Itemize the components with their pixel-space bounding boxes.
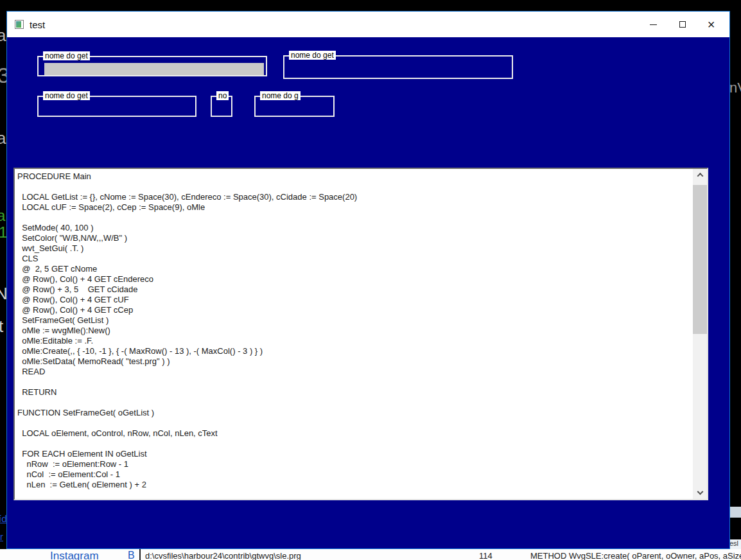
screen: a 3 a a 1 N t nV íd r esl Instagram B d:… bbox=[0, 0, 741, 560]
bg-window-edge bbox=[730, 507, 741, 518]
instagram-link[interactable]: Instagram bbox=[50, 550, 99, 560]
get-frame-endereco[interactable]: nome do get bbox=[283, 55, 513, 79]
get-frame-nome-1: nome do get bbox=[37, 56, 267, 76]
bg-text-fragment: a bbox=[0, 26, 6, 46]
get-frame-uf[interactable]: no bbox=[211, 96, 232, 117]
get-frame-label: no bbox=[216, 91, 229, 100]
bg-link-fragment[interactable]: íd bbox=[0, 513, 7, 524]
get-frame-label: nome do g bbox=[260, 91, 301, 100]
bg-text-fragment: nV bbox=[729, 80, 741, 96]
close-button[interactable]: × bbox=[697, 12, 726, 37]
get-frame-label: nome do get bbox=[289, 51, 336, 60]
get-frame-cidade[interactable]: nome do get bbox=[37, 96, 196, 117]
chevron-up-icon bbox=[697, 172, 703, 179]
close-icon: × bbox=[708, 18, 715, 31]
get-frame-label: nome do get bbox=[43, 51, 90, 60]
minimize-icon bbox=[650, 24, 657, 25]
get-frame-label: nome do get bbox=[43, 91, 90, 100]
editor-code-fragment: METHOD WvgSLE:create( oParent, oOwner, a… bbox=[530, 551, 741, 560]
code-viewer[interactable]: PROCEDURE Main LOCAL GetList := {}, cNom… bbox=[13, 168, 708, 500]
get-frame-cep[interactable]: nome do g bbox=[254, 96, 335, 117]
background-windows-strip: Instagram B d:\cvsfiles\harbour24\contri… bbox=[0, 549, 741, 560]
app-icon bbox=[15, 20, 24, 29]
maximize-button[interactable] bbox=[668, 12, 697, 37]
maximize-icon bbox=[679, 21, 686, 28]
bg-link-fragment[interactable]: B bbox=[128, 550, 135, 560]
window-controls: × bbox=[639, 12, 726, 37]
titlebar[interactable]: test × bbox=[7, 12, 729, 37]
scrollbar-thumb[interactable] bbox=[693, 185, 707, 334]
scroll-down-button[interactable] bbox=[693, 487, 707, 499]
bg-text-fragment: esl bbox=[728, 539, 741, 549]
vertical-scrollbar[interactable] bbox=[693, 169, 707, 499]
bg-text-fragment: t bbox=[0, 317, 3, 337]
bg-text-fragment: a bbox=[0, 128, 6, 148]
app-window: test × nome do get nome do get nome do bbox=[6, 11, 730, 549]
editor-file-path: d:\cvsfiles\harbour24\contrib\gtwvg\sle.… bbox=[145, 551, 301, 560]
chevron-down-icon bbox=[697, 488, 703, 494]
editor-line-number: 114 bbox=[479, 551, 493, 560]
get-input-nome[interactable] bbox=[44, 63, 264, 75]
window-title: test bbox=[30, 19, 45, 30]
code-text: PROCEDURE Main LOCAL GetList := {}, cNom… bbox=[17, 171, 357, 490]
minimize-button[interactable] bbox=[639, 12, 668, 37]
scroll-up-button[interactable] bbox=[693, 169, 707, 180]
divider bbox=[139, 549, 141, 560]
bg-text-fragment-green: a bbox=[0, 207, 5, 225]
bg-link-fragment[interactable]: r bbox=[0, 531, 3, 542]
